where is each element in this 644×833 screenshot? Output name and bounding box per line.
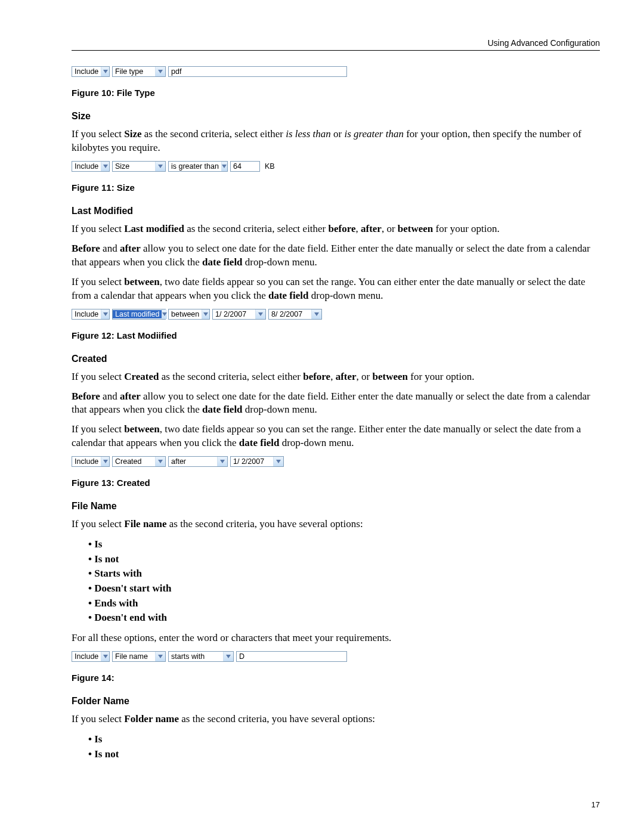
criteria-value: File type — [113, 67, 145, 76]
chevron-down-icon — [155, 457, 165, 466]
fig14-caption: Figure 14: — [72, 673, 600, 683]
chevron-down-icon — [155, 67, 165, 76]
include-select[interactable]: Include — [72, 66, 110, 77]
fo-options: Is Is not — [72, 732, 600, 761]
value-input[interactable]: pdf — [168, 66, 347, 77]
chevron-down-icon — [217, 457, 227, 466]
fig14-row: Include File name starts with D — [72, 651, 600, 662]
lastmodified-heading: Last Modified — [72, 206, 600, 216]
chevron-down-icon — [162, 309, 167, 319]
chevron-down-icon — [101, 652, 109, 661]
fig13-row: Include Created after 1/ 2/2007 — [72, 456, 600, 467]
fn-options: Is Is not Starts with Doesn't start with… — [72, 537, 600, 625]
value-input[interactable]: D — [236, 651, 347, 662]
list-item: Starts with — [88, 566, 600, 581]
chevron-down-icon — [155, 162, 165, 171]
lm-p2: Before and after allow you to select one… — [72, 242, 600, 270]
list-item: Ends with — [88, 596, 600, 611]
list-item: Is — [88, 732, 600, 747]
page-number: 17 — [592, 800, 600, 809]
fig10-row: Include File type pdf — [72, 66, 600, 77]
filename-heading: File Name — [72, 501, 600, 512]
operator-select[interactable]: is greater than — [168, 161, 228, 172]
criteria-select[interactable]: Size — [112, 161, 166, 172]
fig10-caption: Figure 10: File Type — [72, 88, 600, 98]
date1-select[interactable]: 1/ 2/2007 — [212, 309, 266, 320]
include-select[interactable]: Include — [72, 309, 110, 320]
fn-p1: If you select File name as the second cr… — [72, 518, 600, 531]
operator-select[interactable]: between — [168, 309, 210, 320]
chevron-down-icon — [155, 652, 165, 661]
fig13-caption: Figure 13: Created — [72, 478, 600, 488]
criteria-select[interactable]: Last modified — [112, 309, 166, 320]
fig11-caption: Figure 11: Size — [72, 182, 600, 193]
lm-p3: If you select between, two date fields a… — [72, 275, 600, 303]
include-value: Include — [72, 67, 101, 76]
criteria-select[interactable]: File name — [112, 651, 166, 662]
cr-p2: Before and after allow you to select one… — [72, 390, 600, 417]
criteria-select[interactable]: File type — [112, 66, 166, 77]
include-select[interactable]: Include — [72, 456, 110, 467]
fig12-caption: Figure 12: Last Modiified — [72, 330, 600, 340]
fig11-row: Include Size is greater than 64 KB — [72, 161, 600, 172]
list-item: Is not — [88, 747, 600, 762]
chevron-down-icon — [101, 162, 109, 171]
chevron-down-icon — [311, 309, 321, 319]
operator-select[interactable]: after — [168, 456, 228, 467]
chevron-down-icon — [255, 309, 265, 319]
criteria-select[interactable]: Created — [112, 456, 166, 467]
chevron-down-icon — [273, 457, 283, 466]
chevron-down-icon — [221, 162, 227, 171]
lm-p1: If you select Last modified as the secon… — [72, 222, 600, 236]
chevron-down-icon — [101, 309, 109, 319]
list-item: Doesn't start with — [88, 581, 600, 596]
page-header: Using Advanced Configuration — [72, 38, 600, 51]
fig12-row: Include Last modified between 1/ 2/2007 … — [72, 309, 600, 320]
operator-select[interactable]: starts with — [168, 651, 234, 662]
foldername-heading: Folder Name — [72, 696, 600, 707]
value-input[interactable]: 64 — [230, 161, 260, 172]
list-item: Is — [88, 537, 600, 552]
list-item: Doesn't end with — [88, 611, 600, 625]
list-item: Is not — [88, 552, 600, 567]
chevron-down-icon — [101, 67, 109, 76]
include-select[interactable]: Include — [72, 161, 110, 172]
cr-p3: If you select between, two date fields a… — [72, 423, 600, 450]
unit-label: KB — [265, 162, 275, 171]
date1-select[interactable]: 1/ 2/2007 — [230, 456, 284, 467]
cr-p1: If you select Created as the second crit… — [72, 370, 600, 384]
chevron-down-icon — [223, 652, 233, 661]
size-heading: Size — [72, 111, 600, 122]
include-select[interactable]: Include — [72, 651, 110, 662]
created-heading: Created — [72, 354, 600, 364]
size-p1: If you select Size as the second criteri… — [72, 128, 600, 155]
value-text: pdf — [171, 67, 181, 76]
chevron-down-icon — [101, 457, 109, 466]
date2-select[interactable]: 8/ 2/2007 — [268, 309, 322, 320]
fn-p2: For all these options, enter the word or… — [72, 631, 600, 645]
fo-p1: If you select Folder name as the second … — [72, 713, 600, 726]
chevron-down-icon — [202, 309, 209, 319]
